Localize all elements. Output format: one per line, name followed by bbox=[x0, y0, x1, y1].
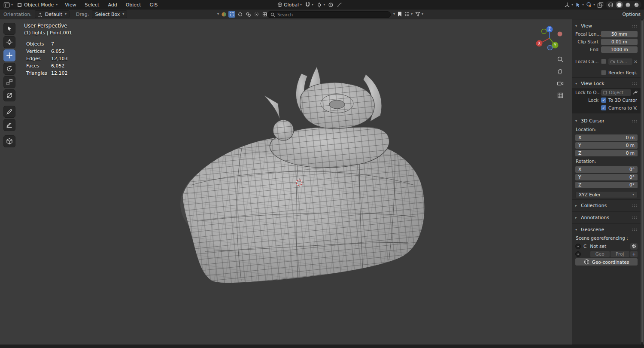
cursor-location-x-field[interactable]: X0 m bbox=[575, 134, 638, 141]
gizmo-axis-y-neg[interactable] bbox=[542, 29, 547, 34]
panel-scrollbar[interactable] bbox=[641, 19, 643, 345]
filter-dropdown[interactable]: ▾ bbox=[415, 12, 423, 17]
shading-wireframe-button[interactable] bbox=[607, 1, 614, 8]
tool-scale[interactable] bbox=[3, 76, 15, 88]
orientation-value: Default bbox=[45, 12, 62, 17]
panel-header-annotations[interactable]: ▸ Annotations bbox=[575, 213, 638, 222]
mode-dropdown[interactable]: Object Mode ▾ bbox=[15, 2, 59, 8]
gizmo-axis-x-neg[interactable] bbox=[558, 32, 562, 37]
crs-settings-button[interactable] bbox=[630, 243, 638, 250]
tool-add-cube[interactable] bbox=[3, 135, 15, 147]
proportional-editing-icon bbox=[328, 2, 334, 8]
menu-add[interactable]: Add bbox=[105, 2, 120, 8]
proportional-editing-button[interactable] bbox=[328, 2, 334, 8]
viewport-3d[interactable]: User Perspective (1) lights | Point.001 … bbox=[0, 19, 644, 345]
menu-select[interactable]: Select bbox=[82, 2, 102, 8]
mesh-object[interactable] bbox=[180, 67, 425, 283]
panel-header-view[interactable]: ▾ View bbox=[575, 21, 638, 31]
focal-length-field[interactable]: 50 mm bbox=[601, 31, 638, 37]
clip-start-field[interactable]: 0.01 m bbox=[601, 39, 638, 45]
shading-material-button[interactable] bbox=[624, 1, 632, 8]
zoom-button[interactable] bbox=[556, 55, 565, 64]
camera-to-view-checkbox[interactable] bbox=[601, 105, 606, 110]
pan-button[interactable] bbox=[556, 67, 565, 76]
shading-rendered-button[interactable] bbox=[633, 1, 640, 8]
active-tool-icon[interactable] bbox=[220, 11, 227, 18]
shading-solid-button[interactable] bbox=[616, 1, 623, 8]
cursor-rotation-y-field[interactable]: Y0° bbox=[575, 174, 638, 180]
local-camera-field[interactable]: Ca... bbox=[608, 58, 632, 65]
lock-3d-cursor-checkbox[interactable] bbox=[601, 98, 606, 103]
panel-section-view: ▾ View Focal Len... 50 mm Clip Start 0.0… bbox=[575, 21, 638, 76]
chevron-down-icon[interactable]: ▾ bbox=[217, 12, 219, 16]
options-button[interactable]: Options bbox=[623, 9, 641, 19]
panel-header-3d-cursor[interactable]: ▾ 3D Cursor bbox=[575, 116, 638, 125]
select-mode-box-button[interactable] bbox=[228, 11, 235, 18]
local-camera-checkbox[interactable] bbox=[601, 59, 606, 64]
transform-orientation-dropdown[interactable]: Global ▾ bbox=[277, 2, 302, 8]
search-field[interactable] bbox=[267, 11, 391, 18]
rotation-mode-dropdown[interactable]: XYZ Euler ▾ bbox=[575, 191, 638, 198]
cursor-location-y-field[interactable]: Y0 m bbox=[575, 142, 638, 149]
menu-object[interactable]: Object bbox=[123, 2, 144, 8]
select-mode-circle-button[interactable] bbox=[237, 11, 243, 18]
falloff-dropdown[interactable] bbox=[337, 2, 342, 8]
tool-cursor[interactable] bbox=[3, 36, 15, 48]
menu-view[interactable]: View bbox=[62, 2, 79, 8]
menu-gis[interactable]: GIS bbox=[147, 2, 161, 8]
svg-text:Z: Z bbox=[548, 27, 551, 31]
proj-radio[interactable] bbox=[575, 251, 581, 257]
lock-to-object-field[interactable]: Object bbox=[601, 89, 631, 96]
panel-header-view-lock[interactable]: ▾ View Lock bbox=[575, 79, 638, 88]
snap-toggle-button[interactable]: ▾ bbox=[305, 2, 313, 8]
tool-select-box[interactable] bbox=[3, 23, 15, 35]
drag-grip-icon[interactable] bbox=[632, 228, 638, 231]
proj-button[interactable]: Proj bbox=[611, 251, 630, 257]
bookmark-button[interactable] bbox=[398, 12, 402, 17]
drag-grip-icon[interactable] bbox=[632, 119, 638, 122]
display-mode-dropdown[interactable]: ▾ bbox=[404, 12, 413, 17]
cursor-rotation-x-field[interactable]: X0° bbox=[575, 166, 638, 173]
drag-grip-icon[interactable] bbox=[632, 82, 638, 85]
render-region-checkbox[interactable] bbox=[601, 70, 606, 75]
scrollbar-thumb[interactable] bbox=[641, 20, 643, 342]
chevron-down-icon[interactable]: ▾ bbox=[393, 12, 395, 16]
select-mode-paint-button[interactable] bbox=[253, 11, 260, 18]
clip-end-field[interactable]: 1000 m bbox=[601, 46, 638, 53]
camera-view-button[interactable] bbox=[556, 79, 565, 88]
rendered-sphere-icon bbox=[634, 2, 639, 8]
panel-header-geoscene[interactable]: ▾ Geoscene bbox=[575, 225, 638, 234]
ortho-toggle-button[interactable] bbox=[556, 91, 565, 100]
clear-icon[interactable]: × bbox=[634, 59, 638, 64]
drag-dropdown[interactable]: Select Box ▾ bbox=[92, 10, 127, 18]
search-icon bbox=[270, 12, 275, 17]
tool-move[interactable] bbox=[3, 49, 15, 61]
snap-target-dropdown[interactable]: ▾ bbox=[316, 2, 325, 8]
xray-toggle[interactable] bbox=[597, 2, 604, 8]
drag-grip-icon[interactable] bbox=[632, 24, 638, 27]
eyedropper-button[interactable] bbox=[632, 90, 638, 95]
show-gizmo-dropdown[interactable]: ▾ bbox=[564, 2, 573, 8]
panel-header-collections[interactable]: ▸ Collections bbox=[575, 201, 638, 210]
orientation-dropdown[interactable]: Default ▾ bbox=[35, 10, 70, 18]
tool-measure[interactable] bbox=[3, 119, 15, 131]
tool-annotate[interactable] bbox=[3, 106, 15, 118]
gizmo-axis-z-neg[interactable] bbox=[548, 46, 553, 50]
navigation-gizmo[interactable]: Z X Y bbox=[536, 24, 563, 52]
editor-type-button[interactable]: ▾ bbox=[3, 2, 13, 8]
tool-transform[interactable] bbox=[3, 89, 15, 101]
cursor-location-z-field[interactable]: Z0 m bbox=[575, 150, 638, 156]
show-gizmos-toggle[interactable]: ▾ bbox=[575, 2, 584, 8]
show-overlays-toggle[interactable]: ▾ bbox=[586, 2, 595, 8]
select-mode-lasso-button[interactable] bbox=[245, 11, 252, 18]
add-crs-button[interactable]: + bbox=[630, 251, 638, 257]
geo-button[interactable]: Geo bbox=[590, 251, 610, 257]
eyedropper-icon bbox=[632, 90, 638, 95]
crs-radio[interactable] bbox=[575, 244, 581, 249]
cursor-rotation-z-field[interactable]: Z0° bbox=[575, 182, 638, 188]
tool-rotate[interactable] bbox=[3, 63, 15, 75]
geo-coordinates-button[interactable]: Geo-coordinates bbox=[575, 258, 638, 266]
drag-grip-icon[interactable] bbox=[632, 216, 638, 219]
search-input[interactable] bbox=[277, 12, 387, 17]
drag-grip-icon[interactable] bbox=[632, 204, 638, 207]
